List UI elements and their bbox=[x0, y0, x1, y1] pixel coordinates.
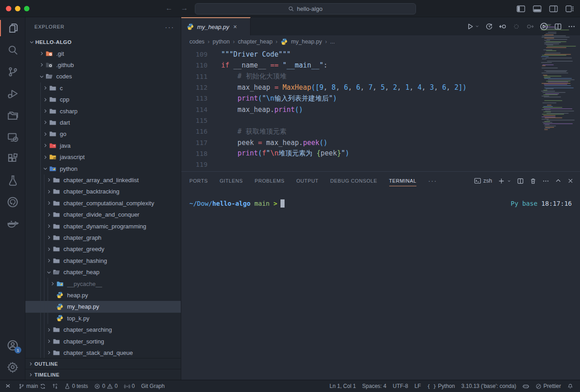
tree-item-chapter-stack-and-queue[interactable]: chapter_stack_and_queue bbox=[25, 347, 181, 358]
status-problems[interactable]: 00 bbox=[91, 380, 121, 392]
tree-item-csharp[interactable]: csharp bbox=[25, 105, 181, 116]
toggle-secondary-sidebar-icon[interactable] bbox=[548, 4, 558, 14]
folder-extension-activity-icon[interactable] bbox=[0, 104, 25, 126]
window-minimize-button[interactable] bbox=[15, 6, 20, 11]
code-editor[interactable]: 109"""Driver Code"""110if __name__ == "_… bbox=[181, 49, 580, 171]
status-copilot[interactable] bbox=[519, 380, 532, 392]
tree-item--github[interactable]: .github bbox=[25, 59, 181, 71]
file-history-icon[interactable] bbox=[485, 23, 493, 30]
tree-item-chapter-dynamic-programming[interactable]: chapter_dynamic_programming bbox=[25, 220, 181, 232]
kill-terminal-icon[interactable] bbox=[530, 178, 536, 184]
status-branch[interactable]: main bbox=[15, 380, 49, 392]
close-panel-icon[interactable] bbox=[567, 178, 574, 184]
goto-previous-change-icon[interactable] bbox=[499, 23, 507, 30]
code-line-117[interactable]: 117 peek = max_heap.peek() bbox=[181, 137, 580, 148]
search-activity-icon[interactable] bbox=[0, 39, 25, 61]
status-notifications[interactable] bbox=[564, 380, 576, 392]
code-line-113[interactable]: 113 print("\n输入列表并建堆后") bbox=[181, 93, 580, 104]
status-python-interpreter[interactable]: 3.10.13 ('base': conda) bbox=[458, 380, 519, 392]
tree-item-chapter-searching[interactable]: chapter_searching bbox=[25, 324, 181, 335]
code-line-109[interactable]: 109"""Driver Code""" bbox=[181, 49, 580, 60]
tree-item-java[interactable]: java bbox=[25, 140, 181, 151]
customize-layout-icon[interactable] bbox=[565, 4, 575, 14]
tree-item--pycache-[interactable]: __pycache__ bbox=[25, 278, 181, 289]
panel-tab-debug-console[interactable]: DEBUG CONSOLE bbox=[330, 172, 377, 190]
settings-activity-icon[interactable] bbox=[0, 356, 25, 378]
command-center-search[interactable]: hello-algo bbox=[195, 3, 416, 15]
status-cursor-position[interactable]: Ln 1, Col 1 bbox=[326, 380, 359, 392]
tree-item-chapter-array-and-linkedlist[interactable]: chapter_array_and_linkedlist bbox=[25, 174, 181, 186]
status-indentation[interactable]: Spaces: 4 bbox=[359, 380, 389, 392]
code-line-119[interactable]: 119 bbox=[181, 159, 580, 170]
accounts-activity-icon[interactable]: 1 bbox=[0, 334, 25, 356]
panel-tab-problems[interactable]: PROBLEMS bbox=[255, 172, 285, 190]
breadcrumb-item[interactable]: python bbox=[213, 39, 230, 45]
panel-more-actions-icon[interactable] bbox=[542, 178, 549, 184]
panel-tab-output[interactable]: OUTPUT bbox=[296, 172, 319, 190]
window-close-button[interactable] bbox=[6, 6, 11, 11]
tree-item-my-heap-py[interactable]: my_heap.py bbox=[25, 301, 181, 312]
code-line-114[interactable]: 114 max_heap.print() bbox=[181, 104, 580, 115]
github-activity-icon[interactable] bbox=[0, 191, 25, 213]
change-nav-prev-icon[interactable] bbox=[512, 23, 520, 30]
remote-explorer-activity-icon[interactable] bbox=[0, 126, 25, 148]
tree-item-chapter-heap[interactable]: chapter_heap bbox=[25, 266, 181, 278]
run-and-debug-activity-icon[interactable] bbox=[0, 82, 25, 104]
status-encoding[interactable]: UTF-8 bbox=[390, 380, 411, 392]
tree-item-python[interactable]: python bbox=[25, 163, 181, 174]
new-terminal-icon[interactable] bbox=[498, 178, 511, 184]
panel-tab-ports[interactable]: PORTS bbox=[189, 172, 208, 190]
tree-item--git[interactable]: .git bbox=[25, 48, 181, 59]
breadcrumb-item[interactable]: chapter_heap bbox=[238, 39, 272, 45]
explorer-more-actions-icon[interactable]: ··· bbox=[165, 23, 174, 31]
tree-item-chapter-greedy[interactable]: chapter_greedy bbox=[25, 243, 181, 255]
tree-item-chapter-backtracking[interactable]: chapter_backtracking bbox=[25, 186, 181, 197]
nav-forward-icon[interactable]: → bbox=[179, 4, 189, 12]
explorer-activity-icon[interactable] bbox=[0, 17, 25, 39]
panel-tabs-more-icon[interactable]: ··· bbox=[428, 172, 437, 190]
docker-activity-icon[interactable] bbox=[0, 213, 25, 235]
tree-item-chapter-sorting[interactable]: chapter_sorting bbox=[25, 335, 181, 347]
status-prettier[interactable]: Prettier bbox=[532, 380, 564, 392]
status-git-graph[interactable]: Git Graph bbox=[138, 380, 168, 392]
status-eol[interactable]: LF bbox=[411, 380, 424, 392]
code-line-111[interactable]: 111 # 初始化大顶堆 bbox=[181, 71, 580, 82]
testing-activity-icon[interactable] bbox=[0, 169, 25, 191]
breadcrumb-item[interactable]: ... bbox=[330, 39, 334, 45]
split-terminal-icon[interactable] bbox=[517, 178, 524, 184]
tree-item-codes[interactable]: codes bbox=[25, 71, 181, 82]
remote-indicator[interactable] bbox=[0, 380, 15, 392]
toggle-primary-sidebar-icon[interactable] bbox=[516, 4, 526, 14]
tree-item-c[interactable]: c bbox=[25, 82, 181, 94]
source-control-activity-icon[interactable] bbox=[0, 61, 25, 82]
tree-item-heap-py[interactable]: heap.py bbox=[25, 290, 181, 301]
tree-item-javascript[interactable]: JSjavascript bbox=[25, 151, 181, 163]
maximize-panel-icon[interactable] bbox=[555, 178, 561, 184]
code-line-110[interactable]: 110if __name__ == "__main__": bbox=[181, 60, 580, 71]
status-ports[interactable]: 0 bbox=[121, 380, 138, 392]
status-language-mode[interactable]: { }Python bbox=[424, 380, 458, 392]
extensions-activity-icon[interactable] bbox=[0, 148, 25, 169]
terminal[interactable]: ~/Dow/hello-algo main > Py base 18:17:16 bbox=[189, 198, 572, 209]
terminal-shell-label[interactable]: zsh bbox=[474, 177, 492, 184]
code-line-112[interactable]: 112 max_heap = MaxHeap([9, 8, 6, 6, 7, 5… bbox=[181, 82, 580, 93]
tree-item-chapter-hashing[interactable]: chapter_hashing bbox=[25, 255, 181, 266]
minimap[interactable] bbox=[541, 23, 577, 134]
breadcrumb-item[interactable]: my_heap.py bbox=[291, 39, 322, 45]
tree-item-cpp[interactable]: cpp bbox=[25, 94, 181, 105]
panel-tab-terminal[interactable]: TERMINAL bbox=[389, 172, 416, 190]
tree-item-chapter-graph[interactable]: chapter_graph bbox=[25, 232, 181, 243]
tab-my-heap[interactable]: my_heap.py × bbox=[181, 17, 251, 35]
tree-item-chapter-divide-and-conquer[interactable]: chapter_divide_and_conquer bbox=[25, 209, 181, 220]
timeline-section[interactable]: TIMELINE bbox=[25, 369, 181, 380]
tree-item-dart[interactable]: dart bbox=[25, 117, 181, 128]
code-line-115[interactable]: 115 bbox=[181, 115, 580, 126]
toggle-panel-icon[interactable] bbox=[532, 4, 542, 14]
tree-item-top-k-py[interactable]: top_k.py bbox=[25, 313, 181, 324]
tree-item-go[interactable]: go bbox=[25, 128, 181, 140]
tab-close-icon[interactable]: × bbox=[233, 23, 237, 30]
run-python-file-icon[interactable] bbox=[466, 23, 479, 30]
tree-item-chapter-computational-complexity[interactable]: chapter_computational_complexity bbox=[25, 198, 181, 209]
code-line-116[interactable]: 116 # 获取堆顶元素 bbox=[181, 126, 580, 137]
nav-back-icon[interactable]: ← bbox=[164, 4, 174, 12]
